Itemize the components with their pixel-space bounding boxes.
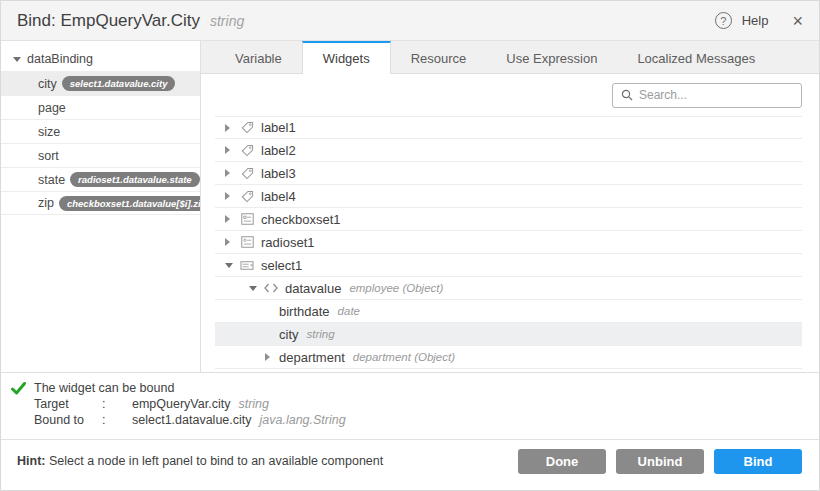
status-colon: : [102, 397, 132, 411]
code-icon [263, 283, 279, 293]
status-boundto-label: Bound to [34, 413, 102, 427]
variable-tree-panel: dataBinding city select1.datavalue.city … [1, 41, 201, 372]
widget-type: employee (Object) [349, 282, 443, 294]
tree-node-sort[interactable]: sort [1, 143, 200, 167]
check-icon [11, 382, 34, 395]
chevron-right-icon[interactable] [265, 353, 279, 361]
bind-button[interactable]: Bind [714, 449, 802, 474]
help-icon[interactable]: ? [715, 12, 732, 29]
help-link[interactable]: Help [742, 13, 769, 28]
widget-label: city [279, 327, 299, 342]
widget-label: label2 [261, 143, 296, 158]
status-boundto-type: java.lang.String [260, 413, 346, 427]
radioset-icon [239, 236, 255, 248]
chevron-down-icon[interactable] [13, 57, 27, 62]
dialog-footer: Hint: Select a node in left panel to bin… [1, 439, 819, 490]
done-button[interactable]: Done [518, 449, 606, 474]
widget-type: date [338, 305, 360, 317]
widget-label: radioset1 [261, 235, 314, 250]
chevron-right-icon[interactable] [225, 169, 239, 177]
tree-node-label: page [38, 101, 66, 115]
tab-localized-messages[interactable]: Localized Messages [617, 41, 775, 73]
dialog-header: Bind: EmpQueryVar.City string ? Help × [1, 1, 819, 41]
hint-body: Select a node in left panel to bind to a… [45, 454, 383, 468]
tree-node-city[interactable]: city select1.datavalue.city [1, 71, 200, 95]
widget-row-radioset1[interactable]: radioset1 [215, 231, 802, 254]
checkboxset-icon [239, 213, 255, 225]
widget-label: select1 [261, 258, 302, 273]
tag-icon [239, 190, 255, 203]
widget-label: label1 [261, 120, 296, 135]
chevron-down-icon[interactable] [225, 263, 239, 268]
status-target-value: empQueryVar.city [132, 397, 230, 411]
status-target-type: string [238, 397, 269, 411]
tree-node-label: state [38, 173, 65, 187]
search-icon [621, 89, 633, 101]
widget-tree: label1 label2 label3 [201, 116, 819, 372]
chevron-down-icon[interactable] [249, 286, 263, 291]
chevron-right-icon[interactable] [225, 238, 239, 246]
binding-badge: checkboxset1.datavalue[$i].zip [59, 196, 201, 211]
widget-row-label2[interactable]: label2 [215, 139, 802, 162]
bind-sources-panel: Variable Widgets Resource Use Expression… [201, 41, 819, 372]
tree-node-label: city [38, 77, 57, 91]
tree-node-label: size [38, 125, 60, 139]
status-target-label: Target [34, 397, 102, 411]
tree-node-databinding[interactable]: dataBinding [1, 47, 200, 71]
bind-status: The widget can be bound Target : empQuer… [1, 372, 819, 439]
tab-variable[interactable]: Variable [215, 41, 302, 73]
search-toolbar [201, 74, 819, 116]
hint-text: Hint: Select a node in left panel to bin… [17, 454, 383, 468]
dialog-body: dataBinding city select1.datavalue.city … [1, 41, 819, 372]
widget-row-datavalue[interactable]: datavalue employee (Object) [215, 277, 802, 300]
tree-node-label: sort [38, 149, 59, 163]
binding-badge: radioset1.datavalue.state [70, 172, 200, 187]
widget-row-department[interactable]: department department (Object) [215, 346, 802, 369]
close-icon[interactable]: × [792, 12, 803, 30]
tab-widgets[interactable]: Widgets [302, 41, 391, 74]
tab-resource[interactable]: Resource [391, 41, 487, 73]
status-colon: : [102, 413, 132, 427]
widget-label: birthdate [279, 304, 330, 319]
hint-label: Hint: [17, 454, 45, 468]
chevron-right-icon[interactable] [225, 124, 239, 132]
widget-label: department [279, 350, 345, 365]
tag-icon [239, 144, 255, 157]
widget-label: datavalue [285, 281, 341, 296]
binding-badge: select1.datavalue.city [62, 76, 176, 91]
tree-node-state[interactable]: state radioset1.datavalue.state [1, 167, 200, 191]
widget-row-checkboxset1[interactable]: checkboxset1 [215, 208, 802, 231]
chevron-right-icon[interactable] [225, 192, 239, 200]
tree-node-zip[interactable]: zip checkboxset1.datavalue[$i].zip [1, 191, 200, 215]
dialog-title: Bind: EmpQueryVar.City [17, 11, 200, 31]
bind-dialog: Bind: EmpQueryVar.City string ? Help × d… [0, 0, 820, 491]
dialog-title-type: string [210, 13, 244, 29]
widget-row-city[interactable]: city string [215, 323, 802, 346]
status-message: The widget can be bound [34, 381, 174, 395]
widget-type: string [307, 328, 335, 340]
unbind-button[interactable]: Unbind [616, 449, 704, 474]
tree-node-label: zip [38, 196, 54, 210]
widget-row-label3[interactable]: label3 [215, 162, 802, 185]
widget-label: label4 [261, 189, 296, 204]
widget-type: department (Object) [353, 351, 455, 363]
search-input[interactable] [639, 88, 793, 102]
widget-row-select1[interactable]: select1 [215, 254, 802, 277]
widget-row-label1[interactable]: label1 [215, 116, 802, 139]
status-boundto-value: select1.datavalue.city [132, 413, 252, 427]
tree-node-size[interactable]: size [1, 119, 200, 143]
tree-node-page[interactable]: page [1, 95, 200, 119]
widget-label: label3 [261, 166, 296, 181]
widget-label: checkboxset1 [261, 212, 341, 227]
widget-row-label4[interactable]: label4 [215, 185, 802, 208]
tab-bar: Variable Widgets Resource Use Expression… [201, 41, 819, 74]
tag-icon [239, 121, 255, 134]
widget-row-birthdate[interactable]: birthdate date [215, 300, 802, 323]
chevron-right-icon[interactable] [225, 215, 239, 223]
tree-node-label: dataBinding [27, 52, 93, 66]
search-box[interactable] [612, 83, 802, 108]
tag-icon [239, 167, 255, 180]
chevron-right-icon[interactable] [225, 146, 239, 154]
select-icon [239, 261, 255, 270]
tab-use-expression[interactable]: Use Expression [486, 41, 617, 73]
